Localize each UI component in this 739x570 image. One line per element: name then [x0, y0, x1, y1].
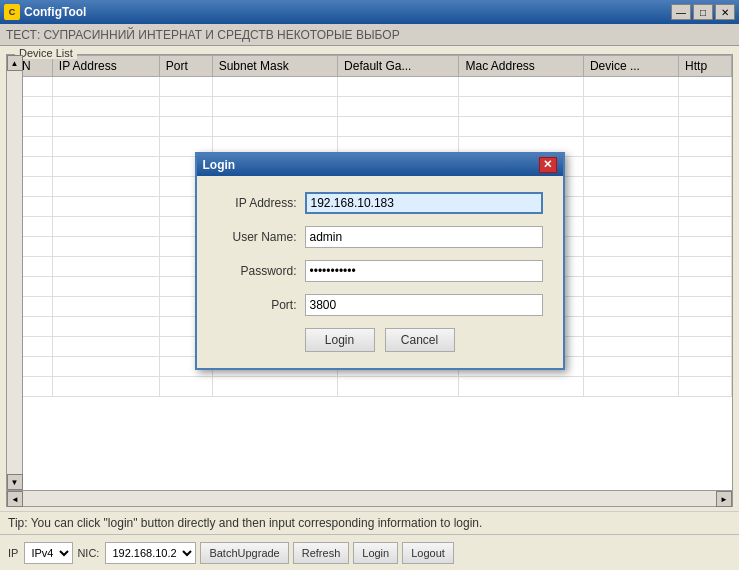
title-bar: C ConfigTool — □ ✕ [0, 0, 739, 24]
port-label: Port: [217, 298, 297, 312]
username-input[interactable] [305, 226, 543, 248]
port-row: Port: [217, 294, 543, 316]
dialog-title-bar: Login ✕ [197, 154, 563, 176]
window-title: ConfigTool [24, 5, 86, 19]
port-input[interactable] [305, 294, 543, 316]
dialog-login-button[interactable]: Login [305, 328, 375, 352]
banner-text: ТЕСТ: СУПРАСИННИЙ ИНТЕРНАТ И СРЕДСТВ НЕК… [6, 28, 400, 42]
username-label: User Name: [217, 230, 297, 244]
dialog-cancel-button[interactable]: Cancel [385, 328, 455, 352]
nic-select[interactable]: 192.168.10.2 [106, 543, 195, 563]
password-row: Password: [217, 260, 543, 282]
tip-text: Tip: You can click "login" button direct… [8, 516, 482, 530]
ip-address-label: IP Address: [217, 196, 297, 210]
username-row: User Name: [217, 226, 543, 248]
ip-address-row: IP Address: [217, 192, 543, 214]
dialog-buttons: Login Cancel [217, 328, 543, 352]
refresh-button[interactable]: Refresh [293, 542, 350, 564]
batch-upgrade-button[interactable]: BatchUpgrade [200, 542, 288, 564]
main-window: ТЕСТ: СУПРАСИННИЙ ИНТЕРНАТ И СРЕДСТВ НЕК… [0, 24, 739, 570]
dialog-overlay: Login ✕ IP Address: User Name: [7, 55, 732, 506]
title-bar-left: C ConfigTool [4, 4, 86, 20]
dialog-close-button[interactable]: ✕ [539, 157, 557, 173]
tip-area: Tip: You can click "login" button direct… [0, 511, 739, 534]
nic-select-wrap[interactable]: 192.168.10.2 [105, 542, 196, 564]
password-input[interactable] [305, 260, 543, 282]
maximize-button[interactable]: □ [693, 4, 713, 20]
top-banner: ТЕСТ: СУПРАСИННИЙ ИНТЕРНАТ И СРЕДСТВ НЕК… [0, 24, 739, 46]
app-icon: C [4, 4, 20, 20]
dialog-title: Login [203, 158, 236, 172]
ip-label: IP [8, 547, 18, 559]
close-button[interactable]: ✕ [715, 4, 735, 20]
bottom-toolbar: IP IPv4 IPv6 NIC: 192.168.10.2 BatchUpgr… [0, 534, 739, 570]
login-dialog: Login ✕ IP Address: User Name: [195, 152, 565, 370]
login-button[interactable]: Login [353, 542, 398, 564]
nic-label: NIC: [77, 547, 99, 559]
minimize-button[interactable]: — [671, 4, 691, 20]
ip-type-select-wrap[interactable]: IPv4 IPv6 [24, 542, 73, 564]
logout-button[interactable]: Logout [402, 542, 454, 564]
password-label: Password: [217, 264, 297, 278]
ip-type-select[interactable]: IPv4 IPv6 [25, 543, 72, 563]
window-controls: — □ ✕ [671, 4, 735, 20]
dialog-content: IP Address: User Name: Password: [197, 176, 563, 368]
ip-address-input[interactable] [305, 192, 543, 214]
